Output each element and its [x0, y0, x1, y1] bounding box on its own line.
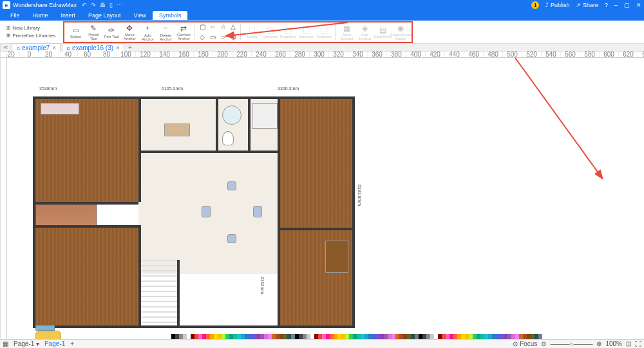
help-icon[interactable]: ? — [605, 2, 608, 8]
publish-button[interactable]: ⤴ Publish — [545, 2, 569, 8]
save-symbol-button: ▦Save Symbol — [338, 23, 355, 42]
bench-shape — [41, 103, 79, 114]
chair-shape — [253, 206, 262, 217]
focus-button[interactable]: ⊙ Focus — [513, 340, 537, 347]
minimize-icon[interactable]: – — [614, 2, 618, 8]
quick-access-toolbar: ↶ ↷ 🖶 ▯ ⋯ — [82, 2, 122, 8]
page-current[interactable]: Page-1 — [44, 340, 65, 347]
print-icon[interactable]: 🖶 — [100, 2, 106, 8]
file-tab[interactable]: File — [4, 11, 26, 20]
pagelayout-tab[interactable]: Page Layout — [82, 11, 128, 20]
chair-shape — [227, 181, 236, 190]
ribbon-highlight: ▭Select ✎Pencil Tool ✑Pen Tool ✥Move Anc… — [63, 21, 413, 43]
subtract-button: ⬚Subtract — [316, 23, 332, 42]
page-dropdown[interactable]: Page-1 ▾ — [14, 340, 39, 347]
maximize-icon[interactable]: ▢ — [624, 2, 630, 8]
datasheet-button: ▤DataSheet — [374, 23, 391, 42]
color-strip[interactable] — [171, 334, 542, 339]
add-tab-button[interactable]: + — [128, 44, 132, 51]
add-page-icon[interactable]: + — [70, 340, 74, 347]
close-icon[interactable]: ✕ — [636, 2, 641, 8]
fragment-button: ⬚Fragment — [279, 23, 296, 42]
undo-icon[interactable]: ↶ — [82, 2, 87, 8]
delete-anchor-tool[interactable]: －Delete Anchor — [157, 23, 174, 42]
coffee-table-shape — [164, 124, 190, 136]
new-library-button[interactable]: New Library — [4, 24, 58, 32]
ruler-vertical — [1, 58, 7, 339]
document-tabs: ≪ 🗋 example7× 🗋 example16 (3)× + — [1, 44, 644, 51]
dimension-label: 6393.8mm — [357, 185, 362, 206]
createsmart-button: ◉CreateSmart Shape — [392, 23, 409, 42]
qat-icon[interactable]: ▯ — [109, 2, 113, 8]
statusbar: ▦ Page-1 ▾ Page-1 + ⊙ Focus ⊖ ———○——— ⊕ … — [0, 339, 644, 348]
combine-button: ⬚Combine — [261, 23, 278, 42]
redo-icon[interactable]: ↷ — [91, 2, 96, 8]
shower-shape — [252, 103, 278, 129]
edit-symbol-button: ◈Edit Symbol — [356, 23, 373, 42]
select-tool[interactable]: ▭Select — [67, 23, 84, 42]
app-title: Wondershare EdrawMax — [13, 2, 77, 8]
floorplan: 3538mm 6105.3mm 3306.3mm 6393.8mm 2112mm — [20, 77, 348, 315]
pen-tool[interactable]: ✑Pen Tool — [103, 23, 120, 42]
ellipse-shape-icon: ○ — [218, 33, 227, 42]
chair-shape — [202, 206, 211, 217]
star-shape-icon: ☆ — [218, 23, 227, 32]
car-shape — [35, 331, 61, 339]
user-badge[interactable]: 1 — [531, 1, 539, 9]
hexagon-shape-icon: ⬡ — [229, 33, 238, 42]
sink-shape — [222, 105, 242, 125]
pencil-tool[interactable]: ✎Pencil Tool — [85, 23, 102, 42]
convert-anchor-tool[interactable]: ⇄Convert Anchor — [175, 23, 192, 42]
roundrect-shape-icon: ▭ — [208, 33, 217, 42]
zoom-value[interactable]: 100% — [605, 340, 622, 347]
add-anchor-tool[interactable]: ＋Add Anchor — [139, 23, 156, 42]
share-button[interactable]: ↗ Share — [576, 2, 598, 8]
insert-tab[interactable]: Insert — [55, 11, 82, 20]
qat-more-icon[interactable]: ⋯ — [117, 2, 122, 8]
dimension-label: 3538mm — [39, 86, 57, 91]
union-button: ⬚Union — [243, 23, 260, 42]
chair-shape — [227, 234, 236, 243]
zoom-in-icon[interactable]: ⊕ — [596, 340, 601, 347]
shape-palette[interactable]: ▢○☆△ ◇▭○⬡ — [198, 23, 238, 42]
page-grid-icon[interactable]: ▦ — [3, 340, 8, 347]
zoom-out-icon[interactable]: ⊖ — [541, 340, 546, 347]
home-tab[interactable]: Home — [26, 11, 55, 20]
dimension-label: 3306.3mm — [278, 86, 299, 91]
dimension-label: 6105.3mm — [162, 86, 183, 91]
titlebar: E Wondershare EdrawMax ↶ ↷ 🖶 ▯ ⋯ 1 ⤴ Pub… — [0, 0, 644, 10]
circle-shape-icon: ○ — [208, 23, 217, 32]
canvas-area: ≪ 🗋 example7× 🗋 example16 (3)× + -200204… — [1, 44, 644, 339]
view-tab[interactable]: View — [128, 11, 153, 20]
ruler-horizontal: -200204060801001201401601802002202402602… — [1, 51, 644, 58]
fit-icon[interactable]: ⊡ — [626, 340, 631, 347]
fullscreen-icon[interactable]: ⛶ — [635, 340, 641, 347]
doc-tab-2[interactable]: 🗋 example16 (3)× — [62, 43, 124, 52]
predefine-libraries-button[interactable]: Predefine Libraries — [4, 32, 58, 39]
diamond-shape-icon: ◇ — [198, 33, 207, 42]
wardrobe-shape — [325, 241, 348, 273]
canvas[interactable]: 3538mm 6105.3mm 3306.3mm 6393.8mm 2112mm — [7, 58, 644, 339]
app-logo: E — [3, 1, 10, 9]
triangle-shape-icon: △ — [229, 23, 238, 32]
doc-tab-1[interactable]: 🗋 example7× — [12, 43, 61, 52]
move-anchor-tool[interactable]: ✥Move Anchor — [121, 23, 138, 42]
rect-shape-icon: ▢ — [198, 23, 207, 32]
symbols-tab[interactable]: Symbols — [153, 11, 188, 20]
ribbon: New Library Predefine Libraries ▭Select … — [0, 21, 644, 44]
toilet-shape — [222, 131, 234, 145]
menubar: File Home Insert Page Layout View Symbol… — [0, 10, 644, 21]
intersect-button: ⬚Intersect — [298, 23, 314, 42]
